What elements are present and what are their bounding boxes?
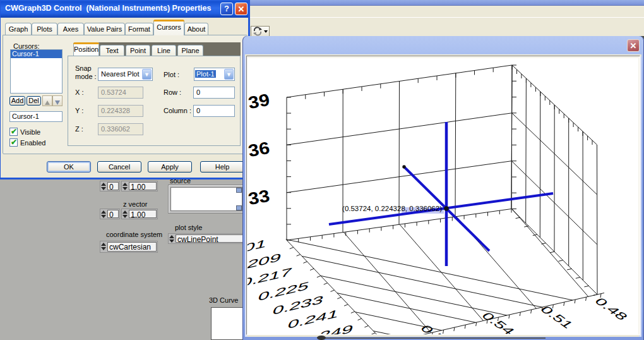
svg-text:(0.53724, 0.224328, 0.336062): (0.53724, 0.224328, 0.336062) [342, 205, 442, 212]
svg-text:0.48: 0.48 [592, 296, 631, 322]
svg-text:0.57: 0.57 [417, 323, 456, 334]
svg-text:39: 39 [247, 90, 271, 112]
svg-text:36: 36 [247, 138, 271, 160]
svg-text:0.51: 0.51 [537, 304, 576, 330]
svg-text:33: 33 [247, 186, 271, 208]
